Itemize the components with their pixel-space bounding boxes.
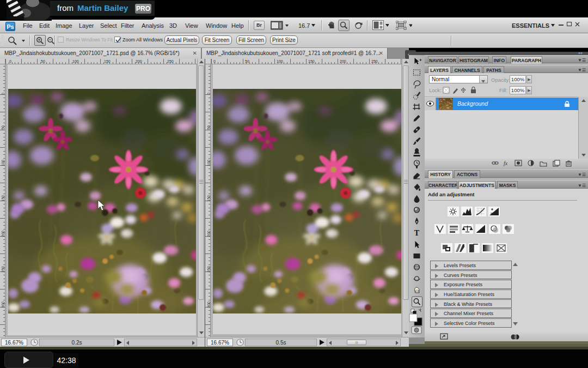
svg-text:T: T	[414, 229, 420, 237]
svg-text:fx: fx	[504, 160, 508, 166]
